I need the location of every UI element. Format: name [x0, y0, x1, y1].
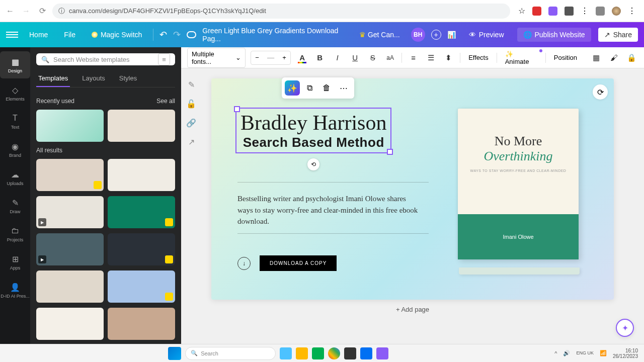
task-icon[interactable] — [344, 347, 356, 359]
publish-button[interactable]: 🌐 Publish Website — [517, 28, 591, 42]
template-thumb[interactable]: ▶ — [36, 233, 104, 265]
chrome-icon[interactable] — [328, 347, 340, 359]
size-minus[interactable]: − — [251, 51, 263, 64]
tray-chevron[interactable]: ^ — [554, 350, 557, 356]
tab-styles[interactable]: Styles — [117, 70, 139, 87]
tab-templates[interactable]: Templates — [36, 70, 70, 87]
network-icon[interactable]: 📶 — [600, 350, 607, 356]
rail-design[interactable]: ▦Design — [0, 51, 30, 78]
user-avatar[interactable]: BH — [411, 28, 425, 42]
size-value[interactable]: –– — [263, 54, 278, 61]
font-selector[interactable]: Multiple fonts... ⌄ — [187, 48, 246, 68]
document-title[interactable]: Green Light Blue Grey Gradients Download… — [202, 27, 348, 43]
file-button[interactable]: File — [59, 28, 80, 42]
rail-apps[interactable]: ⊞Apps — [0, 248, 30, 276]
divider-line[interactable] — [237, 182, 429, 183]
bold-button[interactable]: B — [313, 51, 326, 64]
text-color-button[interactable]: A — [296, 51, 308, 64]
extensions-menu-icon[interactable]: ⋮ — [581, 6, 589, 16]
lang-indicator[interactable]: ENG UK — [576, 351, 594, 356]
magic-write-button[interactable]: ✨ — [285, 80, 300, 96]
position-button[interactable]: Position — [551, 54, 580, 61]
book-mockup[interactable]: No More Overthinking WAYS TO STAY WORRY-… — [458, 109, 584, 269]
effects-button[interactable]: Effects — [465, 54, 492, 61]
site-info-icon[interactable]: ⓘ — [58, 7, 65, 16]
rail-uploads[interactable]: ☁Uploads — [0, 164, 30, 191]
transparency-button[interactable]: ▦ — [590, 51, 603, 64]
add-member-button[interactable]: + — [431, 30, 441, 40]
share-button[interactable]: ↗ Share — [598, 28, 638, 42]
rail-did[interactable]: 👤D-ID AI Pres... — [0, 277, 30, 304]
delete-button[interactable]: 🗑 — [319, 80, 334, 96]
canvas-page[interactable]: ⟳ Bradley Harrison Search Based Method ⟲… — [211, 78, 614, 300]
strikethrough-button[interactable]: S — [366, 51, 379, 64]
redo-button[interactable]: ↷ — [173, 29, 181, 40]
spacing-button[interactable]: ⬍ — [442, 51, 455, 64]
extension-icon[interactable] — [596, 7, 605, 16]
url-bar[interactable]: ⓘ canva.com/design/DAF4GHFXZVl/1FpBEops-… — [52, 4, 510, 19]
comment-icon[interactable]: ✎ — [185, 78, 197, 90]
analytics-icon[interactable]: 📊 — [447, 31, 456, 39]
task-icon[interactable] — [296, 347, 308, 359]
export-icon[interactable]: ↗ — [185, 136, 197, 148]
rotate-handle[interactable]: ⟲ — [307, 158, 319, 170]
more-button[interactable]: ⋯ — [336, 80, 351, 96]
start-button[interactable] — [168, 347, 181, 360]
back-button[interactable]: ← — [4, 5, 16, 17]
ai-assistant-fab[interactable]: ✦ — [616, 319, 634, 337]
template-thumb[interactable] — [36, 270, 104, 303]
magic-switch-button[interactable]: Magic Switch — [87, 28, 147, 42]
copy-style-button[interactable]: 🖌 — [608, 51, 620, 64]
preview-button[interactable]: 👁 Preview — [463, 28, 510, 42]
template-thumb[interactable] — [36, 308, 104, 340]
align-button[interactable]: ≡ — [407, 51, 420, 64]
task-icon[interactable] — [360, 347, 372, 359]
clock[interactable]: 16:10 26/12/2023 — [613, 348, 638, 359]
underline-button[interactable]: U — [349, 51, 361, 64]
size-plus[interactable]: + — [278, 51, 290, 64]
taskbar-search[interactable]: 🔍 Search — [185, 347, 276, 360]
download-button[interactable]: DOWNLOAD A COPY — [260, 255, 337, 271]
refresh-icon[interactable]: ⟳ — [593, 84, 608, 100]
heading-line-1[interactable]: Bradley Harrison — [240, 111, 386, 135]
list-button[interactable]: ☰ — [425, 51, 437, 64]
extension-icon[interactable] — [565, 7, 574, 16]
rail-draw[interactable]: ✎Draw — [0, 192, 30, 219]
extension-icon[interactable] — [532, 7, 541, 16]
link-icon[interactable]: 🔗 — [185, 117, 197, 129]
task-icon[interactable] — [312, 347, 324, 359]
profile-avatar[interactable] — [612, 7, 621, 16]
rail-brand[interactable]: ◉Brand — [0, 136, 30, 163]
lock-icon[interactable]: 🔓 — [185, 98, 197, 110]
template-thumb[interactable] — [36, 159, 104, 191]
forward-button[interactable]: → — [20, 5, 32, 17]
tab-layouts[interactable]: Layouts — [80, 70, 107, 87]
animate-button[interactable]: ✨ Animate — [502, 50, 540, 65]
duplicate-button[interactable]: ⧉ — [302, 80, 317, 96]
italic-button[interactable]: I — [331, 51, 344, 64]
menu-button[interactable] — [6, 32, 18, 38]
template-thumb[interactable] — [108, 270, 175, 303]
see-all-link[interactable]: See all — [156, 98, 175, 105]
task-icon[interactable] — [376, 347, 388, 359]
heading-line-2[interactable]: Search Based Method — [240, 135, 386, 150]
template-thumb[interactable]: ▶ — [36, 196, 104, 228]
star-icon[interactable]: ☆ — [518, 6, 525, 16]
add-page-button[interactable]: + Add page — [201, 306, 624, 313]
template-thumb[interactable] — [108, 110, 175, 142]
download-icon[interactable]: ↓ — [237, 257, 251, 270]
cloud-sync-icon[interactable] — [187, 31, 196, 38]
reload-button[interactable]: ⟳ — [36, 5, 48, 17]
template-thumb[interactable] — [108, 233, 175, 265]
rail-projects[interactable]: 🗀Projects — [0, 220, 30, 247]
rail-text[interactable]: TText — [0, 108, 30, 135]
task-icon[interactable] — [280, 347, 292, 359]
template-thumb[interactable] — [108, 196, 175, 228]
extension-icon[interactable] — [548, 7, 557, 16]
rail-elements[interactable]: ◇Elements — [0, 79, 30, 107]
undo-button[interactable]: ↶ — [159, 29, 167, 40]
home-button[interactable]: Home — [24, 28, 53, 42]
template-search[interactable]: 🔍 Search Website templates ≡ — [36, 53, 175, 65]
body-paragraph[interactable]: Bestselling writer and psychologist Iman… — [237, 193, 419, 227]
filter-button[interactable]: ≡ — [158, 53, 170, 65]
